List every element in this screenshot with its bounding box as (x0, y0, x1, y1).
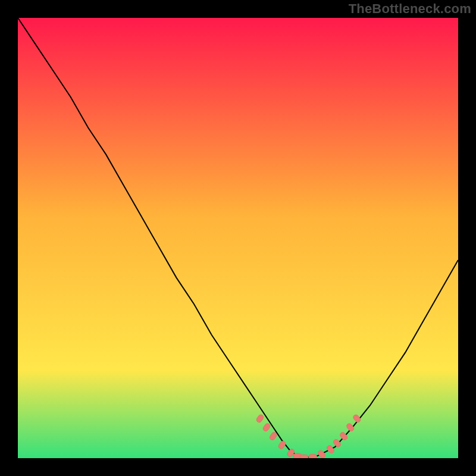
plot-area (18, 18, 458, 458)
gradient-background (18, 18, 458, 458)
chart-frame: TheBottleneck.com (0, 0, 476, 476)
curve-marker (309, 454, 317, 458)
watermark-text: TheBottleneck.com (349, 1, 471, 17)
curve-marker (300, 455, 308, 458)
bottleneck-chart (18, 18, 458, 458)
